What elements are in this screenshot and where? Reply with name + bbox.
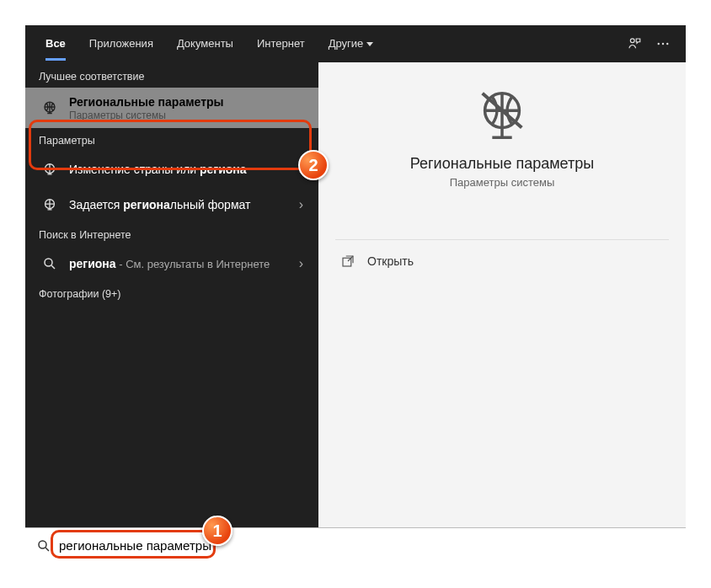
svg-point-2 — [662, 43, 664, 45]
results-panel: Лучшее соответствие Региональные парамет… — [25, 62, 318, 563]
result-change-region[interactable]: Изменение страны или региона › — [25, 152, 318, 187]
detail-subtitle: Параметры системы — [450, 176, 555, 189]
result-title: Задается региональный формат — [69, 197, 294, 212]
section-best-match: Лучшее соответствие — [25, 62, 318, 88]
chevron-right-icon: › — [294, 162, 308, 177]
result-title: Региональные параметры — [69, 94, 308, 110]
search-tabs: Все Приложения Документы Интернет Другие — [25, 25, 686, 62]
result-regional-format[interactable]: Задается региональный формат › — [25, 187, 318, 222]
globe-large-icon — [473, 86, 532, 145]
result-subtitle: Параметры системы — [69, 110, 308, 121]
svg-point-1 — [658, 43, 660, 45]
tab-documents[interactable]: Документы — [165, 25, 245, 62]
detail-title: Региональные параметры — [410, 155, 594, 173]
tab-all[interactable]: Все — [34, 25, 78, 62]
chevron-right-icon: › — [294, 197, 308, 212]
feedback-icon[interactable] — [620, 29, 649, 58]
web-search-text: региона - См. результаты в Интернете — [69, 257, 294, 270]
globe-icon — [39, 97, 61, 119]
detail-panel: Региональные параметры Параметры системы… — [318, 62, 686, 563]
result-web-search[interactable]: региона - См. результаты в Интернете › — [25, 246, 318, 281]
result-title: Изменение страны или региона — [69, 162, 294, 177]
section-photos[interactable]: Фотографии (9+) — [25, 281, 318, 305]
search-bar[interactable] — [25, 527, 686, 563]
section-settings: Параметры — [25, 128, 318, 152]
tab-apps[interactable]: Приложения — [78, 25, 165, 62]
svg-point-10 — [39, 541, 46, 548]
search-icon — [39, 253, 61, 275]
svg-point-3 — [666, 43, 668, 45]
globe-icon — [39, 194, 61, 216]
action-open-label: Открыть — [367, 254, 414, 268]
chevron-down-icon — [366, 42, 373, 46]
section-web: Поиск в Интернете — [25, 222, 318, 246]
result-regional-settings[interactable]: Региональные параметры Параметры системы — [25, 88, 318, 128]
open-icon — [339, 252, 357, 270]
search-icon — [34, 536, 54, 556]
search-input[interactable] — [59, 538, 677, 553]
tab-other[interactable]: Другие — [317, 25, 386, 62]
svg-point-7 — [45, 259, 52, 266]
tab-internet[interactable]: Интернет — [245, 25, 317, 62]
chevron-right-icon: › — [294, 256, 308, 271]
svg-point-0 — [630, 39, 634, 43]
action-open[interactable]: Открыть — [335, 240, 669, 282]
more-icon[interactable] — [649, 29, 677, 58]
globe-icon — [39, 158, 61, 180]
